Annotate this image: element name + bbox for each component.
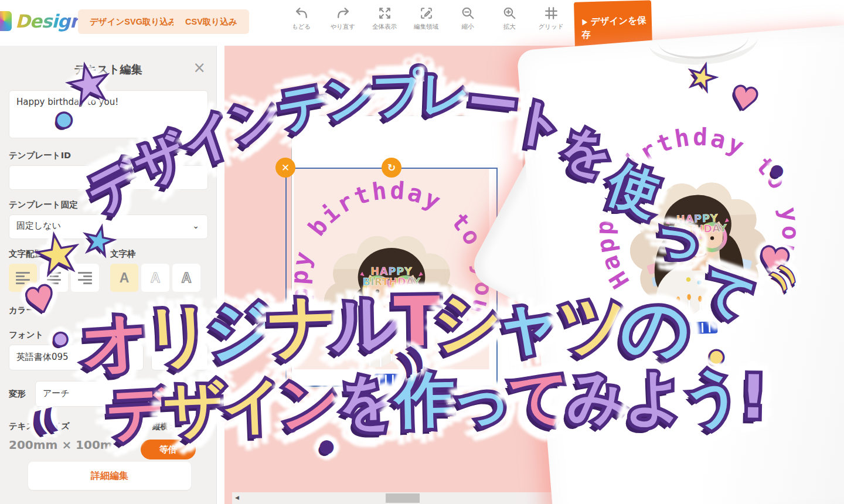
edit-area-button[interactable]: 編集領域 [410,5,443,37]
detail-edit-button[interactable]: 詳細編集 [28,462,191,490]
selection-border[interactable] [285,168,498,387]
scroll-left-icon[interactable]: ◀ [235,495,239,500]
textsize-label: テキストサイズ [9,421,141,432]
frame-outline-button[interactable]: A [141,264,169,292]
transform-select[interactable]: アーチ [35,381,141,407]
tool-label: 全体表示 [372,23,397,30]
chevron-down-icon: ⌄ [192,221,199,230]
close-icon[interactable]: × [193,60,206,75]
import-svg-button[interactable]: デザインSVG取り込み [78,9,189,34]
import-csv-button[interactable]: CSV取り込み [173,9,249,34]
frame-fill-button[interactable]: A [110,264,138,292]
transform-value: アーチ [43,388,70,399]
spinner-down-icon[interactable]: ▼ [197,353,202,361]
edit-area-icon [418,5,434,21]
undo-icon [294,5,309,21]
redo-icon [335,5,351,21]
fit-view-button[interactable]: 全体表示 [368,5,401,37]
align-center-icon [47,272,61,284]
template-lock-label: テンプレート固定 [9,199,207,210]
undo-button[interactable]: もどる [285,5,318,37]
close-icon: ✕ [281,162,290,173]
align-left-icon [16,272,30,284]
align-label: 文字配置 [9,248,110,260]
app-window: Designer デザインSVG取り込み CSV取り込み もどる やり直す 全体… [0,0,844,504]
tool-label: 編集領域 [414,23,438,30]
tool-label: 縮小 [462,23,474,30]
text-edit-panel: テキスト編集 × Happy birthday to you! テンプレートID… [0,46,217,504]
letter-a-outline-icon: A [151,270,161,286]
zoom-out-icon [460,5,476,21]
tool-label: やり直す [331,23,356,30]
panel-title: テキスト編集 [9,62,207,77]
aspect-lock-checkbox[interactable]: ✓ 縦横比固定 [141,421,196,433]
frame-outline2-button[interactable]: A [172,264,200,292]
font-label: フォント [9,329,144,340]
letter-a-solid-icon: A [120,270,130,286]
color-label: カラー [9,305,207,316]
aspect-lock-label: 縦横比固定 [152,421,192,432]
textsize-value: 200mm × 100mm [9,438,141,452]
align-center-button[interactable] [40,264,68,292]
align-right-icon [78,272,92,284]
zoom-out-button[interactable]: 縮小 [451,5,484,37]
template-id-input[interactable] [9,165,208,190]
redo-button[interactable]: やり直す [326,5,359,37]
template-id-label: テンプレートID [9,150,207,161]
tool-label: もどる [292,23,311,30]
check-icon: ✓ [141,421,149,433]
size-label: サイズ [151,329,208,340]
rotate-handle[interactable]: ↻ [382,158,401,178]
font-value: 英語書体095 [16,352,69,362]
scrollbar-thumb[interactable] [386,493,420,503]
align-right-button[interactable] [71,264,99,292]
rotate-icon: ↻ [387,162,396,173]
tshirt-printed-design [595,111,800,337]
size-input[interactable]: 18.1 ▼ [151,345,208,370]
actual-size-button[interactable]: 等倍 [141,440,196,459]
transform-label: 変形 [9,389,26,400]
letter-a-outline2-icon: A [182,270,192,286]
template-lock-select[interactable]: 固定しない ⌄ [9,214,208,239]
frame-label: 文字枠 [110,248,200,260]
size-value: 18.1 [173,352,192,362]
text-input[interactable]: Happy birthday to you! [9,90,208,138]
font-select[interactable]: 英語書体095 [9,345,144,370]
fit-view-icon [377,5,393,21]
template-lock-value: 固定しない [16,220,61,231]
tshirt-design-artwork [595,111,800,337]
align-left-button[interactable] [9,264,37,292]
delete-handle[interactable]: ✕ [275,158,295,178]
logo-icon [0,11,12,31]
